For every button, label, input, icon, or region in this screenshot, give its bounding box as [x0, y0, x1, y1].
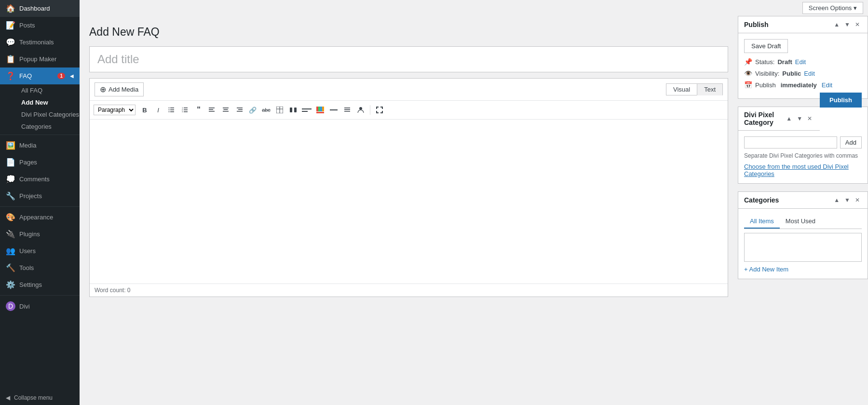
settings-icon: ⚙️ [6, 280, 15, 289]
svg-rect-0 [170, 108, 174, 108]
sidebar-item-categories[interactable]: Categories [17, 121, 80, 133]
sidebar-item-label: Comments [19, 176, 50, 183]
publish-panel-title: Publish [744, 21, 769, 28]
blockquote-button[interactable]: " [192, 104, 205, 116]
sidebar-item-testimonials[interactable]: 💬 Testimonials [0, 34, 80, 51]
divi-panel-down-button[interactable]: ▼ [795, 114, 804, 123]
tab-text[interactable]: Text [697, 83, 723, 95]
panel-down-button[interactable]: ▼ [842, 20, 852, 29]
collapse-menu[interactable]: ◀ Collapse menu [0, 391, 80, 405]
divi-panel-up-button[interactable]: ▲ [784, 114, 794, 123]
sidebar-item-label: Plugins [19, 230, 40, 238]
divi-pixel-category-input[interactable] [744, 136, 837, 148]
sidebar-item-divi-pixel-categories[interactable]: Divi Pixel Categories [17, 108, 80, 121]
status-row: 📌 Status: Draft Edit [744, 58, 862, 66]
tab-all-items[interactable]: All Items [744, 215, 780, 229]
word-count: Word count: 0 [90, 284, 728, 297]
tab-most-used[interactable]: Most Used [780, 215, 821, 229]
unordered-list-button[interactable] [165, 104, 178, 116]
editor-area: Add New FAQ ⊕ Add Media Visual Text [80, 16, 738, 405]
panel-controls: ▲ ▼ ✕ [784, 114, 814, 123]
all-faq-label: All FAQ [21, 87, 42, 94]
italic-button[interactable]: I [152, 104, 164, 116]
sidebar-item-popup-maker[interactable]: 📋 Popup Maker [0, 51, 80, 68]
categories-panel-title: Categories [744, 196, 779, 204]
sidebar-item-projects[interactable]: 🔧 Projects [0, 188, 80, 204]
sidebar-item-add-new[interactable]: Add New [17, 96, 80, 108]
svg-rect-8 [184, 111, 188, 112]
main-content: Screen Options ▾ Add New FAQ ⊕ Add Media… [80, 0, 868, 405]
tab-visual[interactable]: Visual [666, 83, 697, 95]
sidebar-item-appearance[interactable]: 🎨 Appearance [0, 209, 80, 226]
fullscreen-button[interactable] [373, 104, 386, 116]
table-button[interactable] [273, 104, 286, 116]
columns-button[interactable] [287, 104, 299, 116]
svg-rect-17 [223, 111, 229, 112]
add-media-button[interactable]: ⊕ Add Media [95, 82, 144, 96]
view-tabs: Visual Text [666, 83, 723, 95]
sidebar-item-all-faq[interactable]: All FAQ [17, 84, 80, 96]
svg-rect-2 [170, 111, 174, 112]
sidebar-item-pages[interactable]: 📄 Pages [0, 154, 80, 171]
divi-pixel-cats-label: Divi Pixel Categories [21, 111, 79, 118]
publish-time-label: Publish [755, 81, 776, 89]
sidebar-item-label: Appearance [19, 214, 53, 221]
sidebar-item-divi[interactable]: D Divi [0, 297, 80, 315]
align-center-button[interactable] [219, 104, 232, 116]
cat-panel-up-button[interactable]: ▲ [832, 196, 841, 204]
screen-options-button[interactable]: Screen Options ▾ [802, 2, 863, 14]
more-options-button[interactable] [341, 104, 353, 116]
ordered-list-button[interactable]: 1.2.3. [179, 104, 191, 116]
sidebar-item-faq[interactable]: ❓ FAQ 1 ◀ [0, 68, 80, 84]
svg-rect-29 [318, 107, 320, 111]
collapse-icon: ◀ [6, 394, 10, 401]
paragraph-select[interactable]: Paragraph [94, 105, 136, 115]
user-button[interactable] [354, 104, 367, 116]
hr-button[interactable] [327, 104, 340, 116]
divi-pixel-panel-body: Add Separate Divi Pixel Categories with … [738, 131, 868, 183]
svg-rect-20 [237, 111, 243, 112]
svg-rect-26 [302, 108, 312, 109]
panel-close-button[interactable]: ✕ [853, 20, 862, 29]
sidebar-item-dashboard[interactable]: 🏠 Dashboard [0, 0, 80, 17]
topbar: Screen Options ▾ [80, 0, 868, 16]
svg-rect-7 [184, 109, 188, 110]
cat-panel-close-button[interactable]: ✕ [853, 196, 862, 204]
categories-label: Categories [21, 123, 52, 130]
align-right-button[interactable] [233, 104, 245, 116]
visibility-edit-link[interactable]: Edit [804, 70, 814, 77]
sidebar-item-plugins[interactable]: 🔌 Plugins [0, 226, 80, 243]
editor-body[interactable] [90, 120, 728, 284]
title-input[interactable] [89, 46, 728, 72]
divi-pixel-helper-link[interactable]: Choose from the most used Divi Pixel Cat… [744, 163, 849, 177]
align-left-button[interactable] [206, 104, 218, 116]
divi-pixel-add-button[interactable]: Add [840, 136, 862, 148]
svg-rect-34 [344, 108, 350, 108]
link-button[interactable]: 🔗 [246, 104, 259, 116]
panel-up-button[interactable]: ▲ [832, 20, 841, 29]
sidebar-item-settings[interactable]: ⚙️ Settings [0, 276, 80, 293]
svg-point-3 [169, 108, 170, 108]
sidebar-item-media[interactable]: 🖼️ Media [0, 137, 80, 154]
svg-point-37 [359, 107, 362, 110]
cat-panel-down-button[interactable]: ▼ [842, 196, 852, 204]
strikethrough-button[interactable]: abc [260, 104, 272, 116]
sidebar-item-label: Popup Maker [19, 55, 56, 63]
projects-icon: 🔧 [6, 191, 15, 201]
sidebar-item-tools[interactable]: 🔨 Tools [0, 259, 80, 276]
svg-rect-15 [223, 108, 229, 108]
bold-button[interactable]: B [138, 104, 151, 116]
sidebar-item-comments[interactable]: 💭 Comments [0, 171, 80, 188]
media-icon: 🖼️ [6, 141, 15, 150]
sidebar-item-posts[interactable]: 📝 Posts [0, 17, 80, 34]
sidebar-item-users[interactable]: 👥 Users [0, 243, 80, 259]
publish-time-edit-link[interactable]: Edit [822, 81, 832, 89]
more-button[interactable] [300, 104, 313, 116]
status-edit-link[interactable]: Edit [795, 58, 806, 66]
color-button[interactable] [314, 104, 326, 116]
svg-rect-36 [344, 111, 350, 112]
publish-button[interactable]: Publish [820, 93, 862, 108]
save-draft-button[interactable]: Save Draft [744, 39, 788, 53]
add-new-item-link[interactable]: + Add New Item [744, 266, 788, 273]
divi-panel-close-button[interactable]: ✕ [805, 114, 814, 123]
